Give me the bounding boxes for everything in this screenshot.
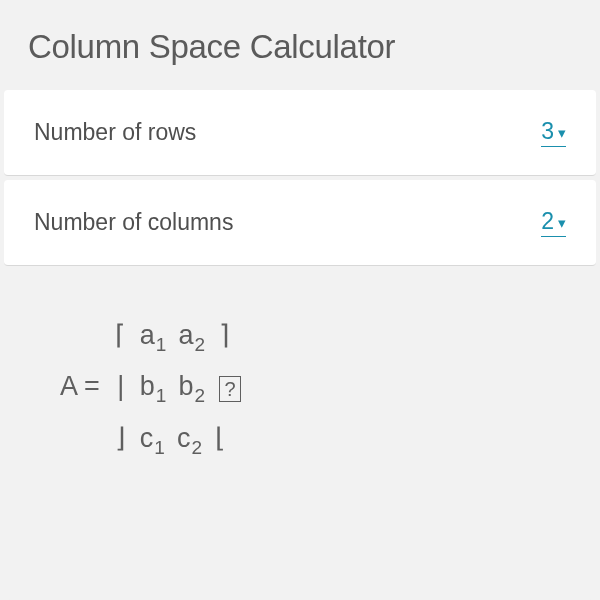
rows-select-value: 3	[541, 118, 554, 145]
bracket-top-left-icon: ⌈	[112, 310, 130, 361]
card-header: Column Space Calculator	[0, 0, 600, 90]
matrix-display: A = ⌈ a 1 a 2 ⌉ | b	[0, 270, 600, 494]
rows-input-row: Number of rows 3 ▾	[4, 90, 596, 176]
help-icon[interactable]: ?	[219, 376, 241, 402]
columns-select-value: 2	[541, 208, 554, 235]
matrix-body: ⌈ a 1 a 2 ⌉ | b 1	[112, 310, 241, 464]
matrix-row: | b 1 b 2 ?	[112, 361, 241, 412]
matrix-element: b 1	[140, 361, 167, 412]
columns-select[interactable]: 2 ▾	[541, 208, 566, 237]
bracket-top-right-icon: ⌉	[215, 310, 233, 361]
bracket-mid-left-icon: |	[112, 361, 130, 412]
matrix-row: ⌋ c 1 c 2 ⌊	[112, 413, 241, 464]
columns-label: Number of columns	[34, 209, 233, 236]
matrix-element: a 2	[178, 310, 205, 361]
calculator-card: Column Space Calculator Number of rows 3…	[0, 0, 600, 600]
matrix-equation: A = ⌈ a 1 a 2 ⌉ | b	[60, 310, 540, 464]
page-title: Column Space Calculator	[28, 28, 572, 66]
caret-down-icon: ▾	[558, 214, 566, 232]
matrix-lhs: A =	[60, 371, 100, 402]
matrix-element: a 1	[140, 310, 167, 361]
caret-down-icon: ▾	[558, 124, 566, 142]
matrix-element: c 2	[177, 413, 202, 464]
rows-label: Number of rows	[34, 119, 196, 146]
matrix-element: c 1	[140, 413, 165, 464]
bracket-bot-left-icon: ⌋	[112, 413, 130, 464]
matrix-element: b 2	[178, 361, 205, 412]
rows-select[interactable]: 3 ▾	[541, 118, 566, 147]
matrix-row: ⌈ a 1 a 2 ⌉	[112, 310, 241, 361]
bracket-bot-right-icon: ⌊	[212, 413, 230, 464]
columns-input-row: Number of columns 2 ▾	[4, 180, 596, 266]
